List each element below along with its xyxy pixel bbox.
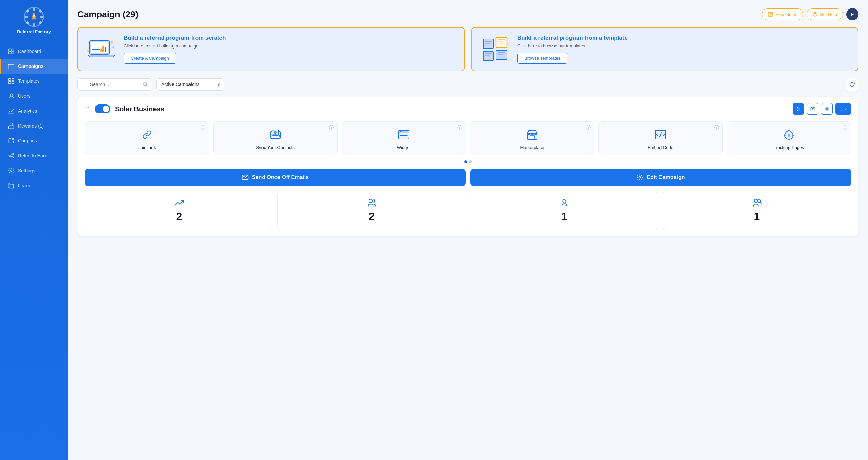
svg-rect-11	[12, 49, 14, 51]
hero-card-template-content: Build a referral program from a template…	[517, 35, 850, 64]
sidebar-item-refer-to-earn[interactable]: Refer To Earn	[0, 148, 68, 163]
svg-rect-62	[498, 54, 503, 55]
edit-icon	[810, 107, 815, 111]
campaigns-icon	[8, 63, 15, 70]
sidebar: Referral Factory Dashboard Campaigns Tem…	[0, 0, 68, 460]
gear-icon	[636, 174, 643, 181]
search-input[interactable]	[77, 78, 152, 91]
refresh-button[interactable]	[846, 78, 858, 91]
sidebar-item-dashboard[interactable]: Dashboard	[0, 44, 68, 59]
tool-card-sync-contacts[interactable]: ⓘ Sync Your Contacts	[213, 121, 338, 155]
edit-campaign-button[interactable]: Edit Campaign	[470, 169, 851, 186]
svg-point-63	[144, 83, 147, 86]
help-guide-icon	[768, 12, 773, 17]
sidebar-logo: Referral Factory	[17, 7, 51, 34]
tool-card-tracking-pages[interactable]: ⓘ Tracking Pages	[727, 121, 851, 155]
get-help-icon	[812, 12, 818, 17]
sidebar-item-label-rewards: Rewards (1)	[18, 123, 44, 129]
svg-point-17	[8, 64, 9, 65]
help-guide-label: Help Guide	[775, 12, 797, 17]
svg-rect-45	[105, 47, 106, 52]
referrals-icon	[175, 198, 184, 208]
svg-rect-4	[40, 16, 43, 18]
sidebar-item-analytics[interactable]: Analytics	[0, 103, 68, 118]
stat-value-conversions: 1	[561, 210, 567, 223]
campaign-settings-btn[interactable]	[793, 103, 804, 115]
info-icon-embed-code[interactable]: ⓘ	[714, 124, 719, 131]
svg-rect-85	[530, 135, 534, 139]
campaign-collapse-button[interactable]: ⌃	[85, 105, 90, 113]
hero-card-scratch: Build a referral program from scratch Cl…	[77, 27, 465, 71]
user-avatar[interactable]: F	[846, 8, 858, 20]
logo-icon	[24, 7, 44, 27]
svg-rect-10	[9, 49, 11, 51]
tracking-pages-icon	[782, 128, 796, 141]
info-icon-sync-contacts[interactable]: ⓘ	[329, 124, 334, 131]
tool-card-widget[interactable]: ⓘ Widget	[342, 121, 466, 155]
stat-value-rewards: 1	[754, 210, 760, 223]
svg-rect-20	[9, 79, 11, 81]
campaign-filter-select[interactable]: Active Campaigns	[156, 78, 224, 91]
create-campaign-button[interactable]: Create A Campaign	[124, 53, 176, 64]
svg-point-24	[10, 94, 13, 96]
get-help-button[interactable]: Get Help	[807, 8, 843, 20]
sliders-icon	[796, 107, 801, 111]
svg-point-19	[8, 68, 9, 68]
svg-point-31	[11, 170, 12, 172]
users-icon	[8, 93, 15, 99]
svg-point-68	[797, 107, 798, 108]
sidebar-item-coupons[interactable]: Coupons	[0, 133, 68, 148]
campaign-toggle[interactable]	[95, 104, 110, 113]
edit-campaign-label: Edit Campaign	[647, 174, 685, 180]
hero-card-scratch-title: Build a referral program from scratch	[124, 35, 456, 41]
campaign-name: Solar Business	[115, 105, 164, 113]
campaign-edit-btn[interactable]	[807, 103, 818, 115]
svg-point-28	[9, 155, 11, 157]
main-content: Campaign (29) Help Guide Get Help F	[68, 0, 868, 460]
hero-card-scratch-content: Build a referral program from scratch Cl…	[124, 35, 456, 64]
eye-icon	[825, 107, 829, 111]
svg-rect-43	[100, 49, 102, 52]
sidebar-item-users[interactable]: Users	[0, 89, 68, 103]
templates-icon	[8, 78, 15, 84]
filter-select-wrapper: Active Campaigns ▾	[156, 78, 224, 91]
widget-icon	[397, 128, 411, 141]
campaign-more-btn[interactable]	[835, 103, 851, 115]
get-help-label: Get Help	[820, 12, 837, 17]
tool-card-join-link[interactable]: ⓘ Join Link	[85, 121, 209, 155]
help-guide-button[interactable]: Help Guide	[762, 8, 803, 20]
tool-card-marketplace[interactable]: ⓘ Marketplace	[470, 121, 594, 155]
svg-rect-5	[26, 9, 29, 13]
browse-templates-button[interactable]: Browse Templates	[517, 53, 567, 64]
send-once-off-emails-button[interactable]: Send Once Off Emails	[85, 169, 466, 186]
dot-1[interactable]	[464, 160, 467, 163]
sync-contacts-icon	[269, 128, 282, 141]
search-icon	[143, 82, 148, 87]
hero-card-scratch-desc: Click here to start building a campaign.	[124, 43, 456, 49]
svg-point-29	[12, 153, 14, 155]
tool-label-sync-contacts: Sync Your Contacts	[256, 145, 294, 150]
info-icon-marketplace[interactable]: ⓘ	[586, 124, 591, 131]
sidebar-item-rewards[interactable]: Rewards (1)	[0, 118, 68, 133]
svg-point-18	[8, 66, 9, 66]
campaign-view-btn[interactable]	[821, 103, 833, 115]
page-title: Campaign (29)	[77, 9, 138, 20]
info-icon-widget[interactable]: ⓘ	[457, 124, 462, 131]
sidebar-item-settings[interactable]: Settings	[0, 163, 68, 178]
sidebar-item-campaigns[interactable]: Campaigns	[0, 59, 68, 74]
chevron-down-icon	[844, 107, 847, 111]
sidebar-item-label-templates: Templates	[18, 78, 40, 84]
dot-2[interactable]	[469, 160, 472, 163]
svg-point-9	[33, 15, 35, 17]
hero-card-template-desc: Click here to browse our templates.	[517, 43, 850, 49]
refresh-icon	[849, 82, 855, 87]
sidebar-item-templates[interactable]: Templates	[0, 74, 68, 89]
tool-card-embed-code[interactable]: ⓘ Embed Code	[598, 121, 723, 155]
header-actions: Help Guide Get Help F	[762, 8, 858, 20]
tool-label-join-link: Join Link	[138, 145, 156, 150]
info-icon-tracking-pages[interactable]: ⓘ	[843, 124, 847, 131]
campaign-header-left: ⌃ Solar Business	[85, 104, 164, 113]
info-icon-join-link[interactable]: ⓘ	[201, 124, 205, 131]
sidebar-item-learn[interactable]: Learn	[0, 178, 68, 193]
coupons-icon	[8, 137, 15, 144]
